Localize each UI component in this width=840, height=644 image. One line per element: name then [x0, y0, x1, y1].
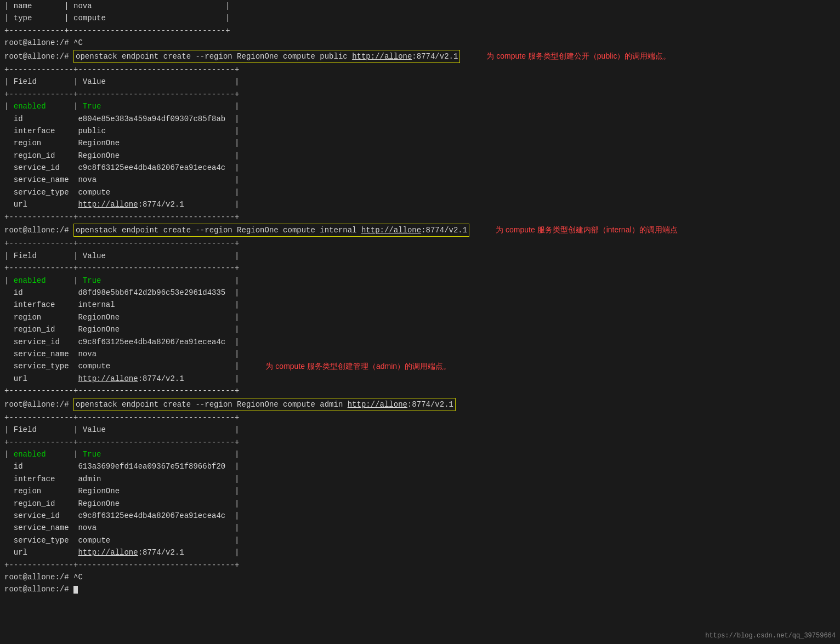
table1-row-service-name: service_name nova | — [0, 174, 840, 186]
table1-sep2: +--------------+------------------------… — [0, 88, 840, 100]
prompt3: root@allone:/# — [4, 398, 73, 411]
table2-sep2: +--------------+------------------------… — [0, 262, 840, 274]
terminal-window: | name | nova | | type | compute | +----… — [0, 0, 840, 601]
top-sep: +------------+--------------------------… — [0, 25, 840, 37]
table1-row-id: id e804e85e383a459a94df09307c85f8ab | — [0, 113, 840, 125]
top-type-row: | type | compute | — [0, 12, 840, 24]
table2-sep3: +--------------+------------------------… — [0, 385, 840, 397]
annotation3: 为 compute 服务类型创建管理（admin）的调用端点。 — [265, 362, 451, 372]
cmd2-line: root@allone:/# openstack endpoint create… — [0, 223, 474, 237]
table1-row-enabled: | enabled | True | — [0, 100, 840, 112]
table1-row-service-id: service_id c9c8f63125ee4db4a82067ea91ece… — [0, 162, 840, 174]
table1-sep1: +--------------+------------------------… — [0, 64, 840, 76]
table3-row-service-type: service_type compute | — [0, 534, 840, 546]
top-name-row: | name | nova | — [0, 0, 840, 12]
annotation2: 为 compute 服务类型创建内部（internal）的调用端点 — [496, 225, 677, 235]
table2-row-service-id: service_id c9c8f63125ee4db4a82067ea91ece… — [0, 336, 840, 348]
table2-annotation-row: service_type compute | 为 compute 服务类型创建管… — [0, 360, 840, 372]
cmd1-line: root@allone:/# openstack endpoint create… — [0, 49, 464, 64]
cmd1-box: openstack endpoint create --region Regio… — [73, 50, 460, 63]
table1-sep3: +--------------+------------------------… — [0, 211, 840, 223]
table3-row-interface: interface admin | — [0, 473, 840, 485]
table2-row-region: region RegionOne | — [0, 311, 840, 323]
table3-row-enabled: | enabled | True | — [0, 448, 840, 460]
table3-row-region-id: region_id RegionOne | — [0, 498, 840, 510]
table3-row-url: url http://allone:8774/v2.1 | — [0, 546, 840, 558]
annotation1: 为 compute 服务类型创建公开（public）的调用端点。 — [486, 52, 671, 61]
cmd2-row: root@allone:/# openstack endpoint create… — [0, 223, 840, 237]
table3-header: | Field | Value | — [0, 424, 840, 436]
prompt1: root@allone:/# — [4, 50, 73, 62]
cmd2-box: openstack endpoint create --region Regio… — [73, 224, 469, 237]
table2-header: | Field | Value | — [0, 250, 840, 262]
cmd3-line: root@allone:/# openstack endpoint create… — [0, 397, 840, 412]
table1-row-region: region RegionOne | — [0, 137, 840, 149]
table2-row-interface: interface internal | — [0, 299, 840, 311]
table3-row-service-id: service_id c9c8f63125ee4db4a82067ea91ece… — [0, 510, 840, 522]
table3-sep3: +--------------+------------------------… — [0, 559, 840, 571]
ctrl-c-line-1: root@allone:/# ^C — [0, 37, 840, 49]
table3-row-id: id 613a3699efd14ea09367e51f8966bf20 | — [0, 460, 840, 472]
table1-row-interface: interface public | — [0, 125, 840, 137]
cmd3-box: openstack endpoint create --region Regio… — [73, 398, 456, 411]
table2-row-url: url http://allone:8774/v2.1 | — [0, 373, 840, 385]
table2-row-service-type: service_type compute | — [0, 360, 243, 372]
table2-row-region-id: region_id RegionOne | — [0, 323, 840, 335]
table3-sep1: +--------------+------------------------… — [0, 412, 840, 424]
table3-row-service-name: service_name nova | — [0, 522, 840, 534]
table2-row-enabled: | enabled | True | — [0, 275, 840, 287]
final-ctrl-c: root@allone:/# ^C — [0, 571, 840, 583]
prompt2: root@allone:/# — [4, 224, 73, 236]
table3-row-region: region RegionOne | — [0, 485, 840, 497]
table1-row-region-id: region_id RegionOne | — [0, 150, 840, 162]
table2-row-service-name: service_name nova | — [0, 348, 840, 360]
table2-row-id: id d8fd98e5bb6f42d2b96c53e2961d4335 | — [0, 287, 840, 299]
table1-row-service-type: service_type compute | — [0, 186, 840, 198]
cmd1-row: root@allone:/# openstack endpoint create… — [0, 49, 840, 64]
blog-url: https://blog.csdn.net/qq_39759664 — [705, 632, 836, 640]
table1-row-url: url http://allone:8774/v2.1 | — [0, 198, 840, 210]
table3-sep2: +--------------+------------------------… — [0, 436, 840, 448]
final-prompt: root@allone:/# — [0, 583, 840, 595]
table1-header: | Field | Value | — [0, 76, 840, 88]
table2-sep1: +--------------+------------------------… — [0, 237, 840, 249]
